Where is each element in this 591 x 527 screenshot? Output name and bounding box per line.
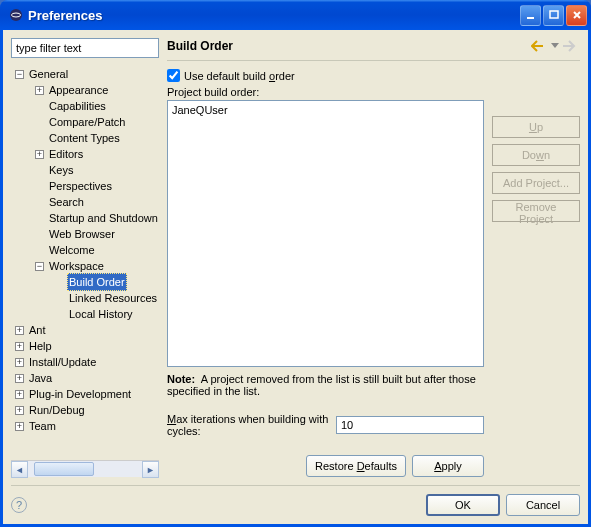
tree-item-editors[interactable]: Editors <box>47 146 85 162</box>
restore-defaults-button[interactable]: Restore Defaults <box>306 455 406 477</box>
collapse-icon[interactable]: − <box>35 262 44 271</box>
client-area: −General +Appearance Capabilities Compar… <box>3 30 588 524</box>
ok-button[interactable]: OK <box>426 494 500 516</box>
right-panel: Build Order Use default build order Proj… <box>167 38 580 477</box>
expand-icon[interactable]: + <box>15 374 24 383</box>
tree-item-web[interactable]: Web Browser <box>47 226 117 242</box>
nav-back-icon[interactable] <box>530 38 548 54</box>
expand-icon[interactable]: + <box>15 342 24 351</box>
tree-item-workspace[interactable]: Workspace <box>47 258 106 274</box>
filter-input[interactable] <box>11 38 159 58</box>
tree-item-team[interactable]: Team <box>27 418 58 434</box>
left-panel: −General +Appearance Capabilities Compar… <box>11 38 159 477</box>
tree-item-welcome[interactable]: Welcome <box>47 242 97 258</box>
tree-item-keys[interactable]: Keys <box>47 162 75 178</box>
tree-item-search[interactable]: Search <box>47 194 86 210</box>
scroll-right-icon[interactable]: ► <box>142 461 159 478</box>
tree-item-ant[interactable]: Ant <box>27 322 48 338</box>
tree-item-local-history[interactable]: Local History <box>67 306 135 322</box>
tree-horizontal-scrollbar[interactable]: ◄ ► <box>11 460 159 477</box>
tree-item-java[interactable]: Java <box>27 370 54 386</box>
cancel-button[interactable]: Cancel <box>506 494 580 516</box>
titlebar[interactable]: Preferences <box>0 0 591 30</box>
help-icon[interactable]: ? <box>11 497 27 513</box>
tree-item-run[interactable]: Run/Debug <box>27 402 87 418</box>
tree-item-appearance[interactable]: Appearance <box>47 82 110 98</box>
tree-item-linked[interactable]: Linked Resources <box>67 290 159 306</box>
window-title: Preferences <box>28 8 520 23</box>
tree-item-capabilities[interactable]: Capabilities <box>47 98 108 114</box>
expand-icon[interactable]: + <box>15 422 24 431</box>
scroll-thumb[interactable] <box>34 462 94 476</box>
tree-item-perspectives[interactable]: Perspectives <box>47 178 114 194</box>
expand-icon[interactable]: + <box>35 86 44 95</box>
project-order-list[interactable]: JaneQUser <box>167 100 484 367</box>
tree-item-startup[interactable]: Startup and Shutdown <box>47 210 159 226</box>
max-iterations-label: Max iterations when building with cycles… <box>167 413 330 437</box>
app-icon <box>8 7 24 23</box>
tree-item-content-types[interactable]: Content Types <box>47 130 122 146</box>
nav-back-menu-icon[interactable] <box>550 38 560 54</box>
up-button[interactable]: Up <box>492 116 580 138</box>
tree-item-plugin[interactable]: Plug-in Development <box>27 386 133 402</box>
minimize-button[interactable] <box>520 5 541 26</box>
close-button[interactable] <box>566 5 587 26</box>
expand-icon[interactable]: + <box>15 406 24 415</box>
list-label: Project build order: <box>167 86 580 98</box>
collapse-icon[interactable]: − <box>15 70 24 79</box>
tree-item-build-order[interactable]: Build Order <box>67 273 127 291</box>
page-title: Build Order <box>167 39 528 53</box>
tree-item-compare[interactable]: Compare/Patch <box>47 114 127 130</box>
use-default-label: Use default build order <box>184 70 295 82</box>
max-iterations-input[interactable] <box>336 416 484 434</box>
tree-item-general[interactable]: General <box>27 66 70 82</box>
nav-forward-icon[interactable] <box>562 38 580 54</box>
expand-icon[interactable]: + <box>35 150 44 159</box>
apply-button[interactable]: Apply <box>412 455 484 477</box>
down-button[interactable]: Down <box>492 144 580 166</box>
add-project-button[interactable]: Add Project... <box>492 172 580 194</box>
preferences-tree[interactable]: −General +Appearance Capabilities Compar… <box>11 64 159 434</box>
use-default-checkbox[interactable] <box>167 69 180 82</box>
remove-project-button[interactable]: Remove Project <box>492 200 580 222</box>
tree-item-help[interactable]: Help <box>27 338 54 354</box>
maximize-button[interactable] <box>543 5 564 26</box>
note-text: Note: A project removed from the list is… <box>167 373 484 397</box>
expand-icon[interactable]: + <box>15 390 24 399</box>
scroll-left-icon[interactable]: ◄ <box>11 461 28 478</box>
preferences-window: Preferences −General +Appearance Capabil… <box>0 0 591 527</box>
tree-item-install[interactable]: Install/Update <box>27 354 98 370</box>
list-item[interactable]: JaneQUser <box>172 103 479 117</box>
expand-icon[interactable]: + <box>15 326 24 335</box>
svg-rect-3 <box>550 11 558 18</box>
expand-icon[interactable]: + <box>15 358 24 367</box>
svg-rect-2 <box>527 17 534 19</box>
